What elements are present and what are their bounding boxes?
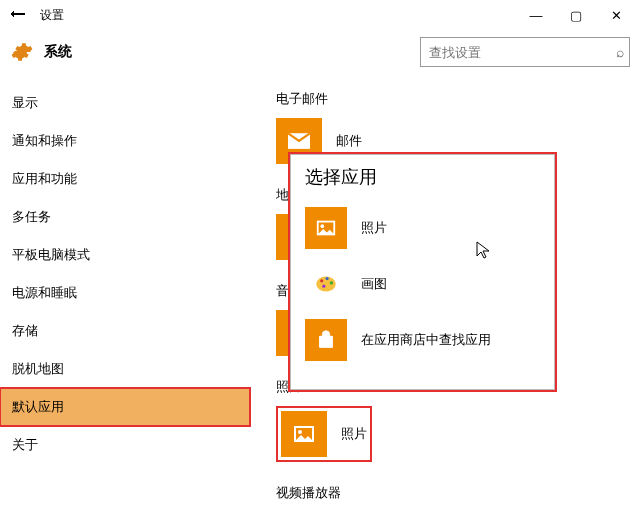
popup-title: 选择应用 [301,165,544,189]
sidebar-item-multitask[interactable]: 多任务 [0,198,250,236]
svg-point-13 [321,224,325,228]
sidebar-item-about[interactable]: 关于 [0,426,250,464]
header-title: 系统 [44,43,72,61]
sidebar-item-storage[interactable]: 存储 [0,312,250,350]
photos-icon [305,207,347,249]
popup-item-label: 照片 [361,219,387,237]
sidebar-item-display[interactable]: 显示 [0,84,250,122]
svg-point-15 [320,279,323,282]
sidebar-item-label: 电源和睡眠 [12,284,77,302]
popup-item-label: 在应用商店中查找应用 [361,331,491,349]
app-label: 照片 [341,425,367,443]
sidebar-item-default-apps[interactable]: 默认应用 [0,388,250,426]
gear-icon [10,40,34,64]
section-video-label: 视频播放器 [276,484,640,502]
search-input[interactable] [420,37,630,67]
svg-point-16 [325,277,328,280]
sidebar-item-label: 平板电脑模式 [12,246,90,264]
sidebar-item-apps[interactable]: 应用和功能 [0,160,250,198]
window-title: 设置 [40,7,64,24]
sidebar-item-tablet[interactable]: 平板电脑模式 [0,236,250,274]
sidebar: 显示 通知和操作 应用和功能 多任务 平板电脑模式 电源和睡眠 存储 脱机地图 … [0,74,250,505]
window-controls: — ▢ ✕ [516,1,636,29]
popup-item-photos[interactable]: 照片 [301,205,544,251]
sidebar-item-label: 显示 [12,94,38,112]
svg-point-6 [298,430,302,434]
titlebar: 🠔 设置 — ▢ ✕ [0,0,640,30]
sidebar-item-power[interactable]: 电源和睡眠 [0,274,250,312]
close-button[interactable]: ✕ [596,1,636,29]
sidebar-item-label: 多任务 [12,208,51,226]
sidebar-item-label: 关于 [12,436,38,454]
sidebar-item-offline-maps[interactable]: 脱机地图 [0,350,250,388]
cursor-icon [476,241,490,263]
paint-icon [305,263,347,305]
sidebar-item-label: 脱机地图 [12,360,64,378]
search-container: ⌕ [420,37,630,67]
sidebar-item-label: 默认应用 [12,398,64,416]
search-icon: ⌕ [616,44,624,60]
back-button[interactable]: 🠔 [4,1,32,29]
svg-point-18 [322,285,325,288]
default-app-photos[interactable]: 照片 [276,406,372,462]
minimize-button[interactable]: — [516,1,556,29]
photos-icon [281,411,327,457]
popup-item-store[interactable]: 在应用商店中查找应用 [301,317,544,363]
sidebar-item-label: 应用和功能 [12,170,77,188]
choose-app-popup: 选择应用 照片 画图 在应用商店中查找应用 [290,154,555,390]
section-email-label: 电子邮件 [276,90,640,108]
popup-item-paint[interactable]: 画图 [301,261,544,307]
store-icon [305,319,347,361]
sidebar-item-label: 通知和操作 [12,132,77,150]
svg-point-17 [330,281,333,284]
content: 电子邮件 邮件 地图 音乐播 照片查 照片 视频播放器 [250,74,640,505]
header: 系统 ⌕ [0,30,640,74]
sidebar-item-notifications[interactable]: 通知和操作 [0,122,250,160]
maximize-button[interactable]: ▢ [556,1,596,29]
sidebar-item-label: 存储 [12,322,38,340]
app-label: 邮件 [336,132,362,150]
popup-item-label: 画图 [361,275,387,293]
svg-rect-19 [320,336,333,347]
